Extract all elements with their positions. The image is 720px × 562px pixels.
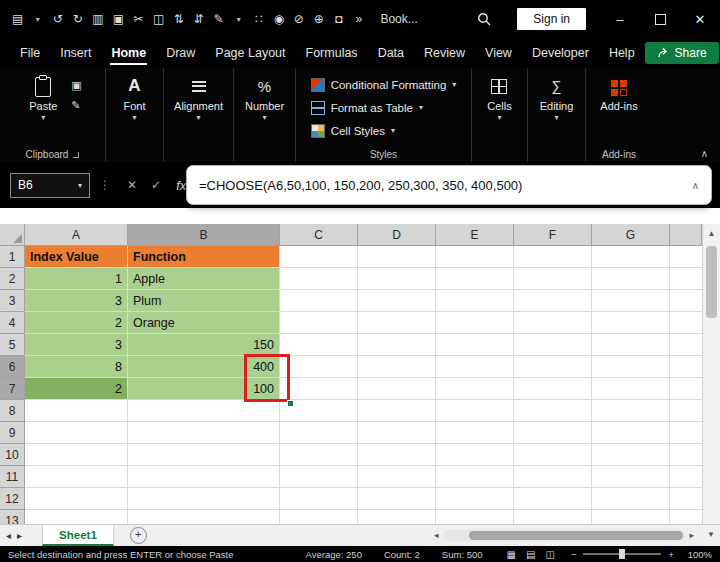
horizontal-scroll-track[interactable] — [443, 530, 686, 541]
cell-a1[interactable]: Index Value — [25, 246, 128, 268]
addins-button[interactable]: Add-ins — [594, 75, 643, 146]
vertical-scrollbar[interactable]: ▲ — [702, 224, 720, 524]
cell-b3[interactable]: Plum — [128, 290, 280, 312]
normal-view-icon[interactable]: ▦ — [507, 549, 516, 560]
cell-g11[interactable] — [592, 466, 670, 488]
cell-b10[interactable] — [128, 444, 280, 466]
column-header-e[interactable]: E — [436, 224, 514, 246]
cell-a7[interactable]: 2 — [25, 378, 128, 400]
scroll-down-icon[interactable]: ▼ — [707, 530, 715, 539]
cell-f7[interactable] — [514, 378, 592, 400]
font-button[interactable]: A Font ▾ — [117, 75, 151, 146]
cell-b7[interactable]: 100 — [128, 378, 280, 400]
tab-formulas[interactable]: Formulas — [296, 38, 368, 68]
cell-d10[interactable] — [358, 444, 436, 466]
cell-f9[interactable] — [514, 422, 592, 444]
row-header-7[interactable]: 7 — [0, 378, 25, 400]
zoom-out-button[interactable]: − — [571, 549, 577, 560]
cell-e13[interactable] — [436, 510, 514, 524]
cell-b8[interactable] — [128, 400, 280, 422]
cancel-formula-button[interactable]: ✕ — [127, 178, 137, 192]
cell-b2[interactable]: Apple — [128, 268, 280, 290]
horizontal-scroll-thumb[interactable] — [469, 531, 684, 540]
cell-g8[interactable] — [592, 400, 670, 422]
chart-icon[interactable]: ◫ — [153, 12, 164, 26]
cell-f12[interactable] — [514, 488, 592, 510]
cell-a12[interactable] — [25, 488, 128, 510]
cell-e12[interactable] — [436, 488, 514, 510]
cell-f8[interactable] — [514, 400, 592, 422]
previous-sheet-icon[interactable]: ◂ — [0, 530, 17, 541]
share-button[interactable]: Share — [645, 42, 719, 64]
cell-c1[interactable] — [280, 246, 358, 268]
cell-f2[interactable] — [514, 268, 592, 290]
page-layout-view-icon[interactable]: ▤ — [526, 549, 535, 560]
dots-grid-icon[interactable]: ∷ — [253, 12, 264, 26]
cell-d9[interactable] — [358, 422, 436, 444]
chevron-down-icon[interactable]: ▾ — [233, 15, 244, 24]
conditional-formatting-button[interactable]: Conditional Formatting ▾ — [311, 75, 457, 94]
paste-icon[interactable]: ▥ — [92, 12, 103, 26]
save-icon[interactable]: ▤ — [12, 12, 23, 26]
cell-c11[interactable] — [280, 466, 358, 488]
tab-view[interactable]: View — [475, 38, 522, 68]
cell-b11[interactable] — [128, 466, 280, 488]
cell-e11[interactable] — [436, 466, 514, 488]
cell-g3[interactable] — [592, 290, 670, 312]
sort-ascending-icon[interactable]: ⇅ — [173, 12, 184, 26]
row-header-12[interactable]: 12 — [0, 488, 25, 510]
next-sheet-icon[interactable]: ▸ — [17, 530, 28, 541]
undo-icon[interactable]: ↺ — [52, 12, 63, 26]
cell-c13[interactable] — [280, 510, 358, 524]
cell-d4[interactable] — [358, 312, 436, 334]
cell-e6[interactable] — [436, 356, 514, 378]
overflow-icon[interactable]: » — [353, 12, 364, 26]
cell-g9[interactable] — [592, 422, 670, 444]
tab-draw[interactable]: Draw — [156, 38, 205, 68]
tab-insert[interactable]: Insert — [50, 38, 101, 68]
row-header-8[interactable]: 8 — [0, 400, 25, 422]
cell-d1[interactable] — [358, 246, 436, 268]
cell-g1[interactable] — [592, 246, 670, 268]
insert-function-button[interactable]: fx — [176, 178, 186, 193]
enter-formula-button[interactable]: ✓ — [151, 178, 161, 192]
cell-e9[interactable] — [436, 422, 514, 444]
cell-a6[interactable]: 8 — [25, 356, 128, 378]
add-sheet-button[interactable]: + — [130, 527, 147, 544]
tab-home[interactable]: Home — [101, 38, 156, 68]
cell-c5[interactable] — [280, 334, 358, 356]
cell-d8[interactable] — [358, 400, 436, 422]
row-header-9[interactable]: 9 — [0, 422, 25, 444]
tab-developer[interactable]: Developer — [522, 38, 599, 68]
cell-g5[interactable] — [592, 334, 670, 356]
row-header-3[interactable]: 3 — [0, 290, 25, 312]
cell-c10[interactable] — [280, 444, 358, 466]
cell-b12[interactable] — [128, 488, 280, 510]
cell-d2[interactable] — [358, 268, 436, 290]
cell-c2[interactable] — [280, 268, 358, 290]
copy-icon[interactable]: ▣ — [71, 79, 81, 92]
cell-b13[interactable] — [128, 510, 280, 524]
scroll-left-icon[interactable]: ◂ — [430, 530, 443, 540]
cell-a2[interactable]: 1 — [25, 268, 128, 290]
select-all-button[interactable] — [0, 224, 25, 246]
column-header-d[interactable]: D — [358, 224, 436, 246]
cell-b9[interactable] — [128, 422, 280, 444]
cell-a11[interactable] — [25, 466, 128, 488]
scroll-right-icon[interactable]: ▸ — [685, 530, 698, 540]
column-header-g[interactable]: G — [592, 224, 670, 246]
close-button[interactable]: ✕ — [680, 0, 720, 38]
row-header-4[interactable]: 4 — [0, 312, 25, 334]
cell-f5[interactable] — [514, 334, 592, 356]
cells-button[interactable]: Cells ▾ — [481, 75, 517, 146]
cell-styles-button[interactable]: Cell Styles ▾ — [311, 121, 457, 140]
cell-d13[interactable] — [358, 510, 436, 524]
tab-page-layout[interactable]: Page Layout — [205, 38, 295, 68]
column-header-b[interactable]: B — [128, 224, 280, 246]
cell-e1[interactable] — [436, 246, 514, 268]
cell-g2[interactable] — [592, 268, 670, 290]
chevron-down-icon[interactable]: ▾ — [32, 15, 43, 24]
row-header-10[interactable]: 10 — [0, 444, 25, 466]
redo-icon[interactable]: ↻ — [72, 12, 83, 26]
collapse-ribbon-button[interactable]: ∧ — [701, 148, 708, 159]
